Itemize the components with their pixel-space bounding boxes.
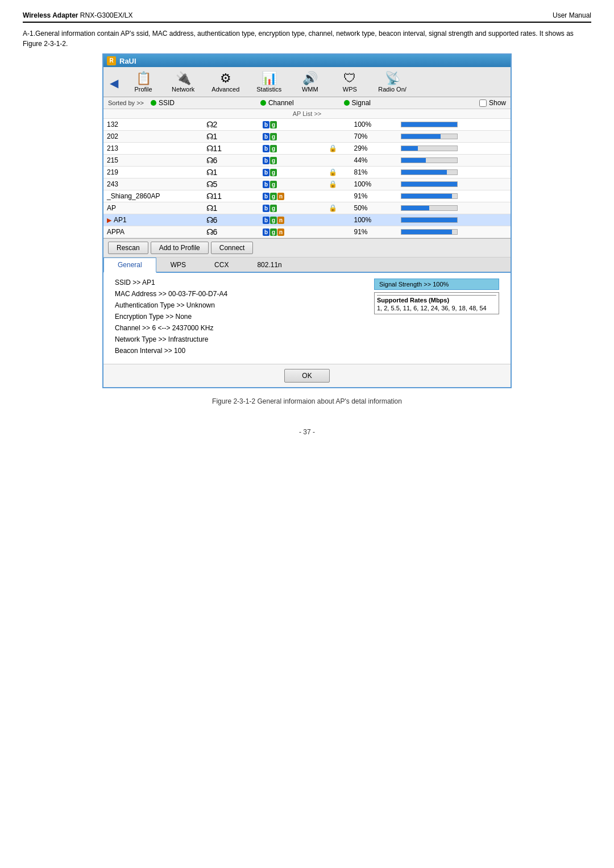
table-row[interactable]: ▶AP1☊6bgn100% (103, 214, 511, 226)
advanced-icon: ⚙ (220, 72, 231, 85)
detail-network-type: Network Type >> Infrastructure (115, 335, 363, 343)
ap-ssid: AP (107, 204, 116, 212)
protocol-badge-g: g (270, 169, 277, 176)
detail-mac: MAC Address >> 00-03-7F-00-D7-A4 (115, 290, 363, 298)
signal-bar-fill (401, 230, 452, 234)
table-row[interactable]: 213☊11bg🔒29% (103, 143, 511, 155)
protocol-badge-b: b (263, 133, 269, 140)
signal-bar-container (401, 169, 458, 175)
ap-list-label: AP List >> (103, 109, 511, 119)
ssid-col-header: SSID (151, 99, 256, 107)
protocol-badge-b: b (263, 193, 269, 200)
ap-ssid: _Shiang_2860AP (107, 192, 160, 200)
signal-bar-fill (401, 194, 452, 198)
table-row[interactable]: _Shiang_2860AP☊11bgn91% (103, 190, 511, 202)
toolbar-radio[interactable]: 📡 Radio On/ (370, 69, 415, 97)
toolbar-wmm[interactable]: 🔊 WMM (290, 69, 330, 97)
detail-left: SSID >> AP1 MAC Address >> 00-03-7F-00-D… (115, 279, 363, 358)
connect-button[interactable]: Connect (211, 242, 254, 254)
show-checkbox[interactable] (479, 99, 487, 107)
table-row[interactable]: AP☊1bg🔒50% (103, 202, 511, 214)
radio-label: Radio On/ (378, 86, 406, 93)
ok-button[interactable]: OK (284, 369, 329, 383)
toolbar-statistics[interactable]: 📊 Statistics (248, 69, 290, 97)
protocol-badge-g: g (270, 145, 277, 152)
tab-80211n[interactable]: 802.11n (243, 258, 296, 272)
detail-beacon: Beacon Interval >> 100 (115, 347, 363, 355)
signal-bar-container (401, 229, 458, 235)
protocol-badge-n: n (277, 229, 284, 236)
wps-icon: 🛡 (343, 72, 356, 85)
channel-icon: ☊11 (206, 144, 222, 153)
detail-right: Signal Strength >> 100% Supported Rates … (374, 279, 499, 358)
page-footer: - 37 - (23, 428, 591, 436)
table-row[interactable]: 243☊5bg🔒100% (103, 178, 511, 190)
signal-bar-container (401, 122, 458, 127)
signal-bar-fill (401, 218, 457, 222)
signal-bar-fill (401, 122, 457, 127)
tab-wps[interactable]: WPS (156, 258, 200, 272)
signal-bar-container (401, 217, 458, 223)
back-button[interactable]: ◀ (105, 69, 123, 97)
ap-table: 132☊2bg100%202☊1bg70%213☊11bg🔒29%215☊6bg… (103, 119, 511, 238)
signal-bar-fill (401, 134, 441, 139)
protocol-badge-g: g (270, 205, 277, 212)
table-row[interactable]: 215☊6bg44% (103, 155, 511, 167)
protocol-badge-b: b (263, 229, 269, 236)
supported-rates-values: 1, 2, 5.5, 11, 6, 12, 24, 36, 9, 18, 48,… (377, 305, 496, 312)
raui-titlebar: R RaUI (103, 55, 511, 67)
toolbar-profile[interactable]: 📋 Profile (123, 69, 163, 97)
signal-percent: 44% (350, 155, 397, 167)
signal-bar-container (401, 205, 458, 211)
statistics-icon: 📊 (262, 72, 277, 85)
toolbar-network[interactable]: 🔌 Network (163, 69, 203, 97)
supported-rates-box: Supported Rates (Mbps) 1, 2, 5.5, 11, 6,… (374, 292, 499, 314)
advanced-label: Advanced (211, 86, 239, 93)
protocol-badge-g: g (270, 157, 277, 164)
rescan-button[interactable]: Rescan (108, 242, 148, 254)
table-row[interactable]: 132☊2bg100% (103, 119, 511, 131)
product-info: Wireless Adapter RNX-G300EX/LX (23, 11, 133, 19)
channel-icon: ☊6 (206, 156, 218, 165)
ap-ssid: 132 (107, 121, 118, 128)
signal-bar-container (401, 134, 458, 139)
protocol-badge-g: g (270, 229, 277, 236)
protocol-badge-g: g (270, 181, 277, 188)
profile-label: Profile (134, 86, 152, 93)
page-header: Wireless Adapter RNX-G300EX/LX User Manu… (23, 11, 591, 23)
supported-rates-title: Supported Rates (Mbps) (377, 295, 496, 304)
detail-tabs: GeneralWPSCCX802.11n (103, 258, 511, 273)
raui-title: RaUI (119, 57, 136, 65)
lock-icon: 🔒 (329, 168, 337, 176)
profile-icon: 📋 (136, 72, 151, 85)
channel-icon: ☊1 (206, 203, 218, 213)
statistics-label: Statistics (256, 86, 281, 93)
toolbar-wps[interactable]: 🛡 WPS (330, 69, 370, 97)
protocol-badge-b: b (263, 205, 269, 212)
protocol-badge-b: b (263, 181, 269, 188)
tab-ccx[interactable]: CCX (200, 258, 243, 272)
product-model: RNX-G300EX/LX (80, 11, 133, 19)
ap-ssid: 215 (107, 156, 118, 164)
tab-general[interactable]: General (103, 258, 156, 273)
toolbar-advanced[interactable]: ⚙ Advanced (203, 69, 248, 97)
lock-icon: 🔒 (329, 204, 337, 212)
lock-icon: 🔒 (329, 144, 337, 152)
signal-bar-container (401, 157, 458, 163)
channel-icon: ☊1 (206, 168, 218, 177)
table-row[interactable]: APPA☊6bgn91% (103, 226, 511, 238)
raui-icon: R (107, 56, 116, 65)
add-to-profile-button[interactable]: Add to Profile (151, 242, 209, 254)
ok-row: OK (103, 364, 511, 387)
signal-percent: 29% (350, 143, 397, 155)
ap-ssid: 213 (107, 144, 118, 152)
table-row[interactable]: 202☊1bg70% (103, 131, 511, 143)
lock-icon: 🔒 (329, 180, 337, 188)
protocol-badge-b: b (263, 157, 269, 164)
protocol-badge-b: b (263, 121, 269, 128)
signal-percent: 70% (350, 131, 397, 143)
table-row[interactable]: 219☊1bg🔒81% (103, 167, 511, 178)
figure-caption: Figure 2-3-1-2 General informaion about … (23, 397, 591, 405)
protocol-badge-b: b (263, 169, 269, 176)
signal-strength-box: Signal Strength >> 100% (374, 279, 499, 290)
